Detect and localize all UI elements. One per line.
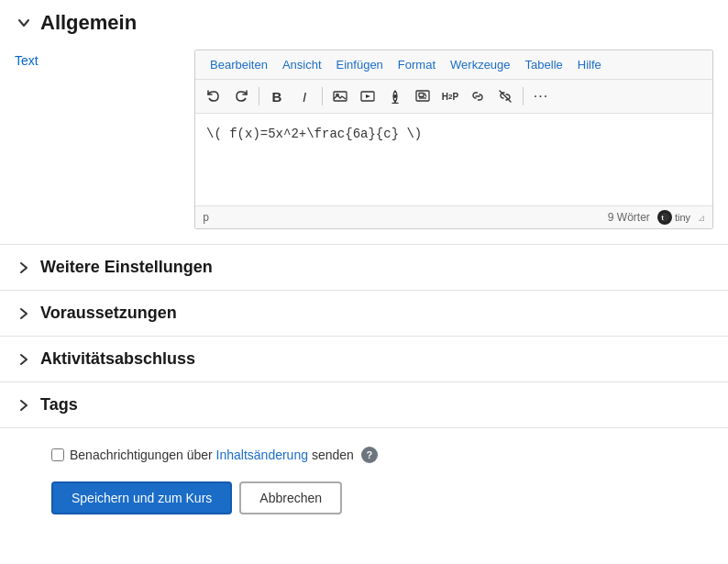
svg-rect-4: [416, 91, 429, 101]
section-weitere: Weitere Einstellungen: [0, 244, 728, 290]
section-tags-title: Tags: [40, 395, 78, 415]
notification-row: Benachrichtigungen über Inhaltsänderung …: [15, 447, 713, 463]
redo-button[interactable]: [228, 83, 254, 109]
menu-werkzeuge[interactable]: Werkzeuge: [443, 54, 518, 75]
section-tags-header[interactable]: Tags: [0, 382, 728, 427]
editor-toolbar: B I H2P: [195, 80, 712, 114]
section-voraussetzungen: Voraussetzungen: [0, 290, 728, 336]
section-voraussetzungen-title: Voraussetzungen: [40, 304, 177, 323]
italic-button[interactable]: I: [292, 83, 317, 109]
notification-checkbox[interactable]: [51, 448, 64, 461]
section-tags: Tags: [0, 382, 728, 428]
chevron-weitere-icon: [15, 259, 33, 277]
checkbox-wrapper: Benachrichtigungen über Inhaltsänderung …: [51, 448, 354, 462]
action-buttons: Speichern und zum Kurs Abbrechen: [15, 481, 713, 514]
allgemein-section: Allgemein Text Bearbeiten Ansicht Einfüg…: [0, 0, 728, 244]
editor-footer: p 9 Wörter t tiny ⊿: [195, 205, 712, 228]
svg-rect-3: [393, 94, 397, 98]
separator-2: [322, 87, 323, 105]
more-button[interactable]: ···: [528, 83, 554, 109]
media-button[interactable]: [355, 83, 381, 109]
notification-text: Benachrichtigungen über Inhaltsänderung …: [70, 448, 354, 462]
chevron-tags-icon: [15, 396, 33, 415]
footer-tag: p: [203, 211, 209, 224]
resize-handle[interactable]: ⊿: [698, 213, 705, 223]
menu-einfuegen[interactable]: Einfügen: [329, 54, 391, 75]
menu-ansicht[interactable]: Ansicht: [275, 54, 329, 75]
notification-help-icon[interactable]: ?: [361, 447, 378, 463]
bold-button[interactable]: B: [264, 83, 290, 109]
separator-3: [523, 87, 524, 105]
menu-format[interactable]: Format: [391, 54, 443, 75]
section-weitere-title: Weitere Einstellungen: [40, 258, 213, 277]
menu-tabelle[interactable]: Tabelle: [518, 54, 570, 75]
svg-line-7: [425, 94, 426, 97]
embed-button[interactable]: [410, 83, 436, 109]
separator-1: [259, 87, 259, 105]
allgemein-title: Allgemein: [40, 11, 137, 35]
allgemein-header[interactable]: Allgemein: [0, 0, 728, 50]
editor-menubar: Bearbeiten Ansicht Einfügen Format Werkz…: [195, 50, 712, 80]
menu-bearbeiten[interactable]: Bearbeiten: [203, 54, 275, 75]
tiny-label: tiny: [675, 212, 690, 223]
footer-right: 9 Wörter t tiny ⊿: [608, 210, 705, 225]
tiny-logo: t: [657, 210, 672, 225]
audio-button[interactable]: [382, 83, 408, 109]
word-count: 9 Wörter: [608, 211, 650, 224]
tiny-badge: t tiny: [657, 210, 690, 225]
section-voraussetzungen-header[interactable]: Voraussetzungen: [0, 291, 728, 336]
save-button[interactable]: Speichern und zum Kurs: [51, 481, 232, 514]
link-button[interactable]: [465, 83, 491, 109]
image-button[interactable]: [327, 83, 353, 109]
chevron-voraussetzungen-icon: [15, 304, 33, 323]
editor-content[interactable]: \( f(x)=5x^2+\frac{6a}{c} \): [195, 114, 712, 205]
menu-hilfe[interactable]: Hilfe: [570, 54, 609, 75]
field-row: Text Bearbeiten Ansicht Einfügen Format …: [0, 50, 728, 244]
section-weitere-header[interactable]: Weitere Einstellungen: [0, 245, 728, 290]
editor-container: Bearbeiten Ansicht Einfügen Format Werkz…: [194, 50, 713, 229]
undo-button[interactable]: [201, 83, 226, 109]
svg-rect-5: [419, 94, 424, 97]
h2p-button[interactable]: H2P: [437, 83, 463, 109]
cancel-button[interactable]: Abbrechen: [239, 481, 342, 514]
bottom-area: Benachrichtigungen über Inhaltsänderung …: [0, 428, 728, 529]
section-aktivitaet: Aktivitätsabschluss: [0, 336, 728, 382]
field-label: Text: [15, 50, 180, 229]
section-aktivitaet-title: Aktivitätsabschluss: [40, 349, 195, 369]
unlink-button[interactable]: [492, 83, 518, 109]
chevron-aktivitaet-icon: [15, 350, 33, 369]
allgemein-chevron-icon: [15, 14, 33, 32]
collapsible-sections: Weitere Einstellungen Voraussetzungen Ak…: [0, 244, 728, 428]
page-container: Allgemein Text Bearbeiten Ansicht Einfüg…: [0, 0, 728, 564]
section-aktivitaet-header[interactable]: Aktivitätsabschluss: [0, 337, 728, 382]
